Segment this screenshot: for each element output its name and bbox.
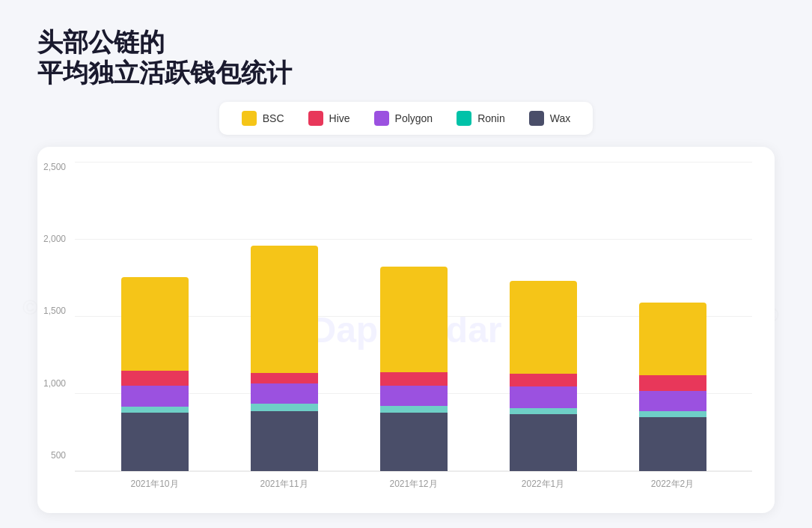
y-label-0: 2,500 bbox=[43, 162, 66, 172]
legend-label-polygon: Polygon bbox=[395, 112, 433, 124]
legend-label-wax: Wax bbox=[550, 112, 570, 124]
bar-segment-0-polygon bbox=[121, 386, 189, 407]
stacked-bar-0 bbox=[121, 277, 189, 471]
legend-label-hive: Hive bbox=[329, 112, 350, 124]
stacked-bar-4 bbox=[639, 303, 706, 471]
legend-swatch-hive bbox=[308, 111, 323, 126]
chart-inner: 2,5002,0001,5001,000500 2021年10月2021年11月… bbox=[75, 162, 752, 491]
grid-and-bars bbox=[75, 162, 752, 472]
bar-segment-1-wax bbox=[251, 411, 318, 471]
bar-group-0 bbox=[114, 277, 196, 471]
y-label-4: 500 bbox=[51, 450, 66, 461]
bar-segment-4-wax bbox=[639, 417, 706, 471]
bar-segment-3-ronin bbox=[510, 408, 577, 414]
bar-group-4 bbox=[632, 303, 714, 471]
legend-item-bsc: BSC bbox=[242, 111, 284, 126]
bar-segment-3-bsc bbox=[510, 281, 577, 374]
stacked-bar-3 bbox=[510, 281, 577, 471]
bar-segment-3-hive bbox=[510, 374, 577, 386]
bar-segment-1-polygon bbox=[251, 383, 318, 404]
stacked-bar-1 bbox=[251, 246, 318, 471]
bar-segment-4-polygon bbox=[639, 391, 706, 412]
main-title-line2: 平均独立活跃钱包统计 bbox=[37, 58, 775, 88]
bar-segment-0-wax bbox=[121, 413, 189, 471]
chart-legend: BSC Hive Polygon Ronin Wax bbox=[219, 102, 593, 135]
legend-swatch-ronin bbox=[457, 111, 471, 126]
x-label-1: 2021年11月 bbox=[243, 478, 326, 491]
y-axis: 2,5002,0001,5001,000500 bbox=[43, 162, 66, 461]
y-label-2: 1,500 bbox=[43, 306, 66, 316]
bar-segment-2-ronin bbox=[380, 406, 448, 413]
x-label-3: 2022年1月 bbox=[502, 478, 584, 491]
bar-segment-2-hive bbox=[380, 372, 448, 386]
chart-area: DappRadar 2,5002,0001,5001,000500 2021年1… bbox=[37, 147, 775, 513]
bar-segment-4-hive bbox=[639, 375, 706, 391]
legend-item-hive: Hive bbox=[308, 111, 350, 126]
x-label-4: 2022年2月 bbox=[632, 478, 714, 491]
bar-group-2 bbox=[373, 267, 455, 471]
bar-segment-4-ronin bbox=[639, 411, 706, 417]
y-label-1: 2,000 bbox=[43, 234, 66, 244]
y-label-3: 1,000 bbox=[43, 378, 66, 389]
bar-segment-4-bsc bbox=[639, 303, 706, 375]
bar-segment-3-wax bbox=[510, 414, 577, 471]
bar-segment-1-bsc bbox=[251, 246, 318, 373]
bars-row bbox=[75, 162, 752, 471]
x-axis-labels: 2021年10月2021年11月2021年12月2022年1月2022年2月 bbox=[75, 478, 752, 491]
svg-text:©: © bbox=[22, 296, 38, 319]
stacked-bar-2 bbox=[380, 267, 448, 471]
bar-segment-1-ronin bbox=[251, 404, 318, 411]
bar-group-1 bbox=[243, 246, 326, 471]
title-block: 头部公链的 平均独立活跃钱包统计 bbox=[37, 27, 775, 88]
legend-item-ronin: Ronin bbox=[457, 111, 505, 126]
legend-item-polygon: Polygon bbox=[374, 111, 433, 126]
x-label-0: 2021年10月 bbox=[114, 478, 196, 491]
legend-swatch-polygon bbox=[374, 111, 389, 126]
main-title-line1: 头部公链的 bbox=[37, 27, 775, 58]
bar-segment-2-wax bbox=[380, 413, 448, 471]
legend-item-wax: Wax bbox=[529, 111, 570, 126]
bar-segment-3-polygon bbox=[510, 386, 577, 408]
bar-segment-2-bsc bbox=[380, 267, 448, 372]
bar-segment-0-bsc bbox=[121, 277, 189, 371]
bar-segment-0-hive bbox=[121, 371, 189, 386]
legend-swatch-wax bbox=[529, 111, 544, 126]
x-label-2: 2021年12月 bbox=[373, 478, 455, 491]
bar-group-3 bbox=[502, 281, 584, 471]
legend-label-bsc: BSC bbox=[263, 112, 284, 124]
bar-segment-0-ronin bbox=[121, 407, 189, 413]
legend-swatch-bsc bbox=[242, 111, 257, 126]
legend-label-ronin: Ronin bbox=[477, 112, 505, 124]
bar-segment-2-polygon bbox=[380, 386, 448, 406]
bar-segment-1-hive bbox=[251, 373, 318, 383]
